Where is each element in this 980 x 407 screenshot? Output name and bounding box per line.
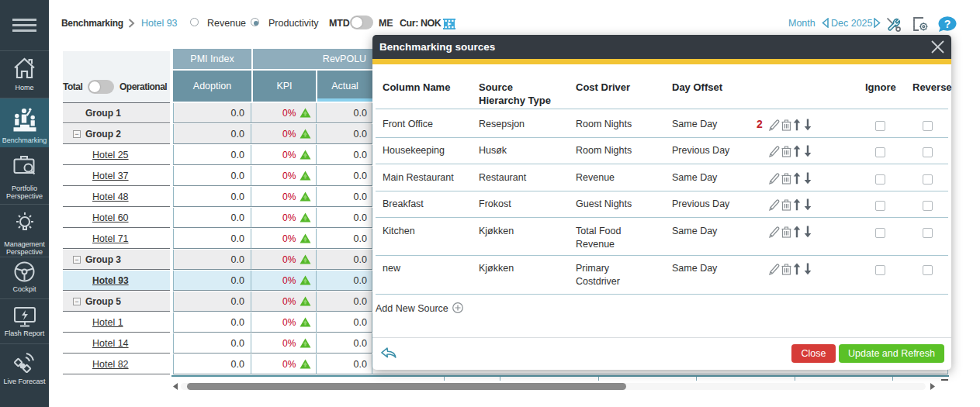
svg-text:?: ? <box>944 18 951 30</box>
